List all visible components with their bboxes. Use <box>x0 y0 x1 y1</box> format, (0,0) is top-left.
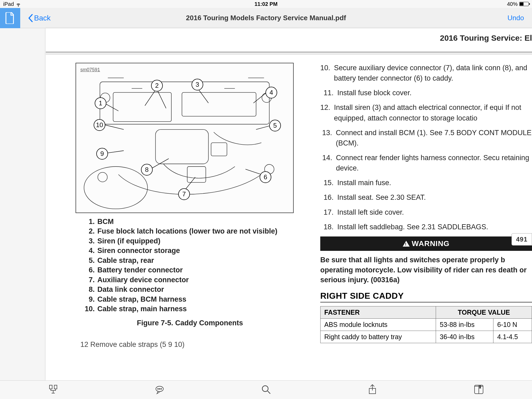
pdf-page[interactable]: 2016 Touring Service: El sm07591 <box>46 28 532 380</box>
callout-2: 2 <box>151 80 163 92</box>
callout-10: 10 <box>94 119 105 131</box>
svg-rect-0 <box>100 82 269 124</box>
table-row: Right caddy to battery tray 36-40 in-lbs… <box>321 331 532 343</box>
document-title: 2016 Touring Models Factory Service Manu… <box>186 14 346 22</box>
wifi-icon <box>16 2 21 6</box>
warning-heading: WARNING 491 <box>320 236 532 251</box>
device-label: iPad <box>3 1 14 7</box>
page-number-badge[interactable]: 491 <box>512 233 532 246</box>
page-content: sm07591 <box>76 63 532 380</box>
clock: 11:02 PM <box>178 1 354 7</box>
app-toolbar: Back 2016 Touring Models Factory Service… <box>0 8 532 28</box>
share-icon[interactable] <box>367 384 378 396</box>
svg-rect-2 <box>182 92 256 116</box>
warning-label: WARNING <box>412 239 450 248</box>
back-button[interactable]: Back <box>28 14 51 22</box>
callout-9: 9 <box>96 148 108 160</box>
svg-rect-1 <box>113 92 171 121</box>
svg-point-25 <box>158 388 159 389</box>
bookmarks-icon[interactable] <box>473 384 484 396</box>
svg-rect-9 <box>211 143 227 156</box>
th-torque: TORQUE VALUE <box>436 306 532 319</box>
search-icon[interactable] <box>261 384 271 396</box>
battery-icon <box>519 2 529 6</box>
header-rule-thick <box>46 52 532 53</box>
svg-point-7 <box>98 172 107 182</box>
callout-8: 8 <box>141 164 153 176</box>
svg-line-29 <box>268 391 270 394</box>
svg-line-17 <box>246 169 261 174</box>
figure-legend: 1.BCM 2.Fuse block latch locations (lowe… <box>76 217 304 314</box>
back-label: Back <box>34 14 51 22</box>
svg-point-28 <box>262 386 268 392</box>
warning-text: Be sure that all lights and switches ope… <box>320 255 532 285</box>
svg-point-27 <box>161 388 162 389</box>
install-steps: 10.Secure auxiliary device connector (7)… <box>320 63 532 232</box>
callout-5: 5 <box>269 120 281 131</box>
svg-rect-23 <box>54 385 57 389</box>
callout-7: 7 <box>178 188 190 200</box>
svg-point-10 <box>84 167 148 209</box>
th-fastener: FASTENER <box>321 306 436 319</box>
svg-rect-3 <box>156 130 209 164</box>
svg-rect-22 <box>49 385 52 389</box>
figure-caption: Figure 7-5. Caddy Components <box>76 319 304 327</box>
right-column: 10.Secure auxiliary device connector (7)… <box>320 63 532 380</box>
svg-rect-8 <box>187 167 206 182</box>
svg-point-26 <box>159 388 160 389</box>
ios-status-bar: iPad 11:02 PM 40% <box>0 0 532 8</box>
left-column: sm07591 <box>76 63 304 380</box>
callout-3: 3 <box>192 79 203 90</box>
svg-line-15 <box>253 92 267 103</box>
table-row: ABS module locknuts 53-88 in-lbs 6-10 N <box>321 319 532 331</box>
callout-6: 6 <box>260 171 271 183</box>
callout-4: 4 <box>265 87 277 98</box>
document-icon <box>5 12 15 24</box>
figure-7-5: sm07591 <box>76 63 294 213</box>
annotate-icon[interactable] <box>154 384 165 396</box>
chevron-left-icon <box>28 14 33 22</box>
warning-triangle-icon <box>403 241 410 247</box>
svg-line-13 <box>157 89 166 109</box>
outline-icon[interactable] <box>48 384 59 396</box>
section-heading: RIGHT SIDE CADDY <box>320 291 532 302</box>
header-rule-thin <box>46 54 532 54</box>
svg-line-21 <box>104 125 124 130</box>
torque-table: FASTENER TORQUE VALUE ABS module locknut… <box>320 306 532 343</box>
bottom-toolbar <box>0 380 532 399</box>
cutoff-text: 12 Remove cable straps (5 9 10) <box>76 340 304 349</box>
svg-line-20 <box>105 151 124 153</box>
callout-1: 1 <box>95 97 106 109</box>
running-header: 2016 Touring Service: El <box>440 34 532 43</box>
documents-button[interactable] <box>0 8 20 28</box>
battery-percent: 40% <box>507 1 518 7</box>
undo-button[interactable]: Undo <box>508 14 524 22</box>
svg-line-18 <box>185 177 195 190</box>
